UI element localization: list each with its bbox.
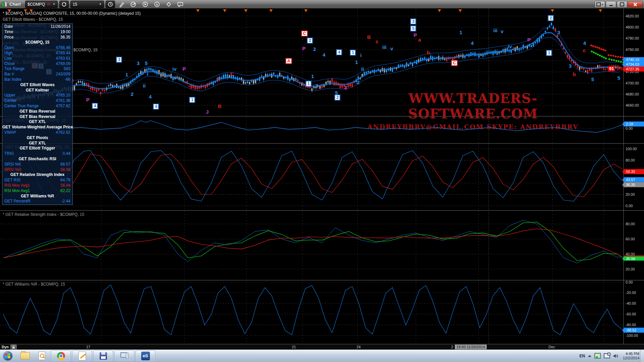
axis-label: -40.00: [626, 301, 636, 305]
candle-body: [118, 86, 119, 88]
taskbar-chrome-button[interactable]: [51, 350, 71, 362]
wave-label: 1: [460, 30, 462, 35]
bias-reversal-triangle-icon: [269, 9, 273, 12]
language-indicator[interactable]: EN: [579, 354, 585, 358]
wave-label: J: [344, 85, 346, 90]
candle-body: [587, 70, 588, 73]
wave-label: C: [451, 60, 458, 66]
studies-button[interactable]: [128, 1, 139, 8]
dyn-label: Dyn: [2, 345, 9, 349]
close-button[interactable]: [628, 1, 643, 8]
srsi-k-line: [3, 150, 622, 201]
taskbar-system-button[interactable]: [114, 350, 134, 362]
candle-body: [297, 79, 299, 81]
wave-label: 4: [583, 41, 586, 46]
time-axis-label: 17: [86, 345, 90, 349]
candle-body: [350, 84, 351, 86]
speaker-icon[interactable]: [613, 354, 619, 358]
bias-reversal-triangle-icon: [196, 9, 200, 12]
wave-label: b: [573, 72, 576, 77]
bias-reversal-triangle-icon: [30, 9, 33, 12]
data-window-value: 4762.62: [56, 130, 70, 135]
candle-body: [76, 83, 77, 84]
wave-label: iii: [382, 45, 387, 50]
window-titlebar[interactable]: Chart $COMPQ15 ▼ 15 ▼ A: [0, 0, 644, 8]
draw-button[interactable]: [117, 1, 127, 8]
wave-label: B: [367, 35, 371, 40]
price-tag-red: 58.35: [624, 169, 644, 174]
time-template-button[interactable]: [106, 1, 115, 8]
study-list-item: GET Elliott Waves - $COMPQ, 15: [3, 16, 141, 22]
play-button[interactable]: [140, 1, 150, 8]
price-tag-blue: -88.52: [624, 328, 644, 333]
candle-body: [269, 74, 270, 75]
symbol-interval-sup: 15: [47, 3, 50, 6]
lock-button[interactable]: [10, 345, 17, 350]
data-window-label: VWAP: [4, 130, 16, 135]
display-icon[interactable]: [604, 353, 610, 358]
candle-body: [205, 86, 206, 88]
comment-button[interactable]: I: [175, 1, 185, 8]
wave-label: iii: [493, 28, 498, 33]
esignal-icon: eS: [141, 352, 150, 360]
data-window-label: Upper: [4, 93, 15, 98]
data-window-value: 11/26/2014: [51, 24, 70, 29]
taskbar-search-button[interactable]: [36, 351, 48, 361]
price-tag-green: 35.98: [624, 256, 644, 261]
candle-body: [180, 78, 182, 79]
minimize-button[interactable]: [606, 1, 616, 8]
candle-body: [261, 75, 262, 77]
wave-label: 4: [92, 103, 98, 109]
data-window-value: 583: [64, 66, 70, 72]
axis-label: -20.00: [626, 291, 636, 295]
wave-label: 4: [149, 94, 152, 99]
wave-label: P: [302, 46, 306, 51]
elliott-trigger-line: [3, 121, 622, 132]
taskbar-clock[interactable]: 4:45 PM 12/2/2014: [623, 352, 639, 360]
axis-label: 4780.00: [626, 36, 639, 40]
candle-body: [547, 28, 548, 29]
folder-icon: [20, 352, 30, 359]
symbol-combo[interactable]: $COMPQ15 ▼: [25, 1, 58, 8]
chevron-down-icon[interactable]: ▼: [99, 3, 102, 6]
wave-label: 2: [131, 92, 133, 97]
taskbar-explorer-button[interactable]: [19, 351, 31, 361]
candle-body: [424, 57, 425, 59]
chevron-down-icon[interactable]: ▼: [53, 3, 55, 6]
price-tag-gray: 36.35: [624, 182, 644, 187]
candle-body: [545, 31, 546, 33]
start-button[interactable]: [3, 351, 13, 361]
swap-button[interactable]: [164, 1, 174, 8]
data-window-row: TRIG0.44: [2, 151, 72, 157]
axis-label: 4800.00: [626, 25, 639, 29]
taskbar-esignal-button[interactable]: eS: [136, 350, 155, 362]
taskbar-editor-button[interactable]: [72, 350, 92, 362]
data-window-value: 62.22: [60, 188, 70, 194]
tray-expand-icon[interactable]: [588, 355, 591, 357]
clock-time: 4:45 PM: [623, 352, 639, 356]
window-controls: ▼: [595, 1, 643, 8]
interval-combo[interactable]: 15 ▼: [70, 1, 104, 8]
data-window-value: 0.44: [63, 151, 70, 157]
wave-label: 5: [591, 77, 594, 82]
data-window-value: 19:00: [60, 29, 70, 35]
candle-body: [273, 72, 274, 74]
restore-button[interactable]: [617, 1, 627, 8]
refresh-button[interactable]: [59, 1, 69, 8]
data-window-label: Bar #: [4, 72, 14, 77]
data-window-label: Center: [4, 98, 16, 104]
taskbar-save-button[interactable]: [93, 350, 113, 362]
show-desktop-button[interactable]: [640, 350, 644, 362]
wave-label: 4: [323, 52, 325, 57]
auto-annotate-button[interactable]: A: [152, 1, 162, 8]
network-icon[interactable]: [594, 353, 601, 359]
candle-body: [98, 89, 99, 91]
data-window[interactable]: Date11/26/2014Time19:00Price36.35$COMPQ,…: [2, 23, 73, 205]
candle-body: [331, 79, 333, 82]
pti-value-badge: 91: [608, 66, 615, 71]
restore-dropdown-button[interactable]: ▼: [595, 1, 605, 8]
interval-value: 15: [73, 2, 77, 7]
comment-icon: I: [177, 1, 184, 7]
candle-body: [352, 83, 353, 87]
wave-label: 1: [189, 97, 195, 103]
